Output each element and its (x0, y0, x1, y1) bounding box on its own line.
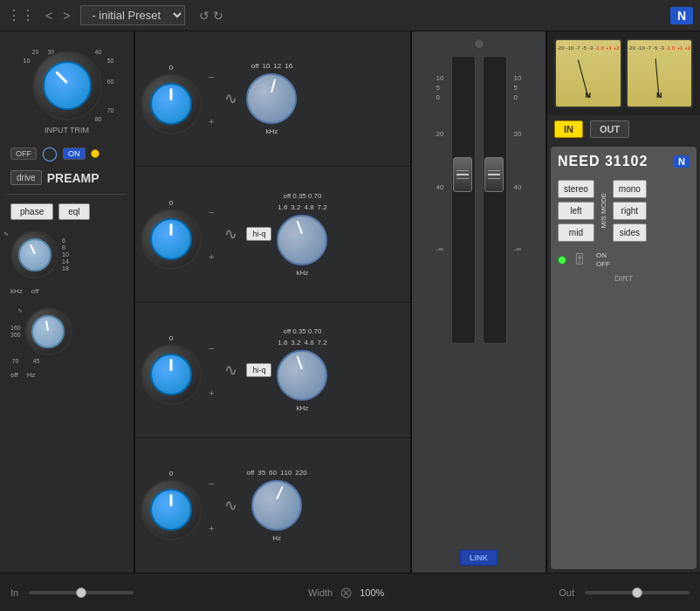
band2-freq-indicator (297, 220, 303, 234)
band3-freq-group: off0.350.70 1.63.24.87.2 kHz (277, 327, 327, 412)
off-button[interactable]: OFF (10, 148, 37, 160)
dirt-label: DIRT (558, 274, 690, 283)
band2-indicator (170, 223, 173, 236)
undo-redo-group: ↺ ↻ (199, 9, 223, 23)
hz-knob-indicator (45, 320, 49, 331)
eql-button[interactable]: eql (58, 203, 89, 220)
stereo-button[interactable]: stereo (558, 180, 594, 198)
forward-button[interactable]: > (59, 7, 73, 24)
in-button[interactable]: IN (554, 120, 583, 138)
in-slider-thumb (76, 587, 86, 598)
preamp-label: PREAMP (47, 171, 100, 185)
scale-20: 20 (32, 49, 39, 55)
eq-band-3: 0 – + ∿ hi-q off0.350.70 (135, 303, 410, 438)
phase-button[interactable]: phase (10, 203, 53, 220)
link-button[interactable]: LINK (460, 550, 498, 566)
vu-scale-left: -20-10-7-5-3 -10 +1+2 (555, 44, 621, 51)
ms-mode-label: M/S MODE (600, 193, 607, 228)
right-button[interactable]: right (613, 202, 647, 220)
undo-button[interactable]: ↺ (199, 9, 209, 23)
grid-icon[interactable]: ⋮⋮ (7, 7, 35, 24)
band3-hiq-button[interactable]: hi-q (246, 363, 271, 377)
fader-handle-lines-left (456, 170, 469, 179)
scale-70: 70 (107, 107, 114, 113)
fader-handle-right[interactable] (484, 157, 504, 192)
dirt-row: 🎚 ON OFF (558, 251, 690, 269)
redo-button[interactable]: ↻ (213, 9, 223, 23)
vu-scale-right: -20-10-7-5-3 -10 +1+2 (626, 44, 692, 51)
khz-knob[interactable]: ∿ (10, 230, 58, 278)
faders-container: 10 5 0 20 40 -∞ (436, 56, 522, 543)
fader-line-5 (488, 174, 500, 175)
band4-freq-knob[interactable] (251, 480, 302, 531)
dirt-indicator (558, 256, 566, 264)
preset-dropdown[interactable]: - initial Preset (80, 5, 185, 25)
band2-symbol: ∿ (224, 224, 237, 244)
fader-section: 10 5 0 20 40 -∞ (412, 31, 547, 573)
band1-pm: – + (209, 71, 214, 127)
brand-logo: N (670, 7, 693, 24)
band2-hiq-button[interactable]: hi-q (246, 227, 271, 241)
out-slider[interactable] (585, 591, 690, 594)
band3-khz-label: kHz (297, 404, 309, 412)
out-button[interactable]: OUT (590, 120, 629, 138)
band3-freq-labels: off0.350.70 (284, 327, 322, 335)
fader-track-right[interactable] (483, 56, 507, 344)
nav-buttons: < > (42, 7, 73, 24)
out-label: Out (559, 587, 574, 598)
yellow-indicator (91, 149, 100, 158)
left-button[interactable]: left (558, 202, 594, 220)
width-label: Width (308, 587, 333, 598)
left-panel: 20 30 40 10 50 60 70 80 (0, 31, 135, 573)
need-title: NEED 31102 (558, 154, 648, 169)
input-trim-knob[interactable] (32, 51, 102, 120)
power-icon[interactable]: ◯ (42, 145, 58, 161)
knob-indicator (55, 71, 68, 84)
band2-gain-knob[interactable] (141, 209, 202, 270)
band1-freq-knob-wrap (246, 73, 297, 124)
band1-freq-indicator (271, 79, 276, 93)
scale-80: 80 (95, 116, 102, 122)
divider-1 (7, 194, 127, 195)
fader-handle-left[interactable] (453, 157, 472, 192)
band2-gain-wrap: 0 (141, 199, 202, 270)
left-mode-col: stereo left mid (558, 180, 594, 242)
ms-mode-col: M/S MODE (600, 180, 607, 242)
fader-line-4 (488, 170, 500, 171)
mono-button[interactable]: mono (613, 180, 647, 198)
dirt-icon[interactable]: 🎚 (572, 251, 587, 269)
fader-line-1 (456, 170, 469, 171)
band3-gain-knob[interactable] (141, 344, 202, 405)
sides-button[interactable]: sides (613, 223, 647, 242)
drive-preamp-row: drive PREAMP (7, 168, 127, 187)
band3-gain-wrap: 0 (141, 334, 202, 405)
fader-track-left[interactable] (451, 56, 476, 344)
band1-gain-knob[interactable] (141, 73, 202, 134)
khz-off-row: kHz off (7, 287, 127, 295)
fader-left (451, 56, 476, 344)
on-button[interactable]: ON (63, 148, 86, 160)
band1-freq-labels: off 10 12 16 (251, 62, 292, 70)
hz-knob[interactable]: ∿ 70 45 (24, 307, 72, 355)
drive-button[interactable]: drive (10, 170, 42, 185)
back-button[interactable]: < (42, 7, 56, 24)
scale-40: 40 (95, 49, 102, 55)
mid-button[interactable]: mid (558, 223, 594, 242)
band1-indicator (170, 88, 173, 100)
in-slider[interactable] (29, 591, 134, 594)
band4-symbol: ∿ (224, 496, 237, 515)
fader-top-dot (474, 38, 484, 49)
band2-freq-knob[interactable] (277, 215, 327, 265)
band4-gain-knob[interactable] (141, 479, 202, 540)
bottom-bar: In Width ⊗ 100% Out (0, 573, 700, 611)
need-header: NEED 31102 N (558, 154, 690, 169)
band3-freq-knob[interactable] (277, 350, 327, 401)
link-chain-icon[interactable]: ⊗ (340, 583, 353, 602)
band2-freq-group: off0.350.70 1.63.24.87.2 kHz (277, 192, 327, 277)
band4-freq-indicator (276, 486, 284, 499)
band1-freq-knob[interactable] (246, 73, 297, 124)
band2-pm: – + (209, 206, 214, 262)
band1-khz-label: kHz (266, 127, 278, 135)
band2-khz-label: kHz (297, 269, 309, 277)
fader-line-3 (456, 178, 469, 179)
